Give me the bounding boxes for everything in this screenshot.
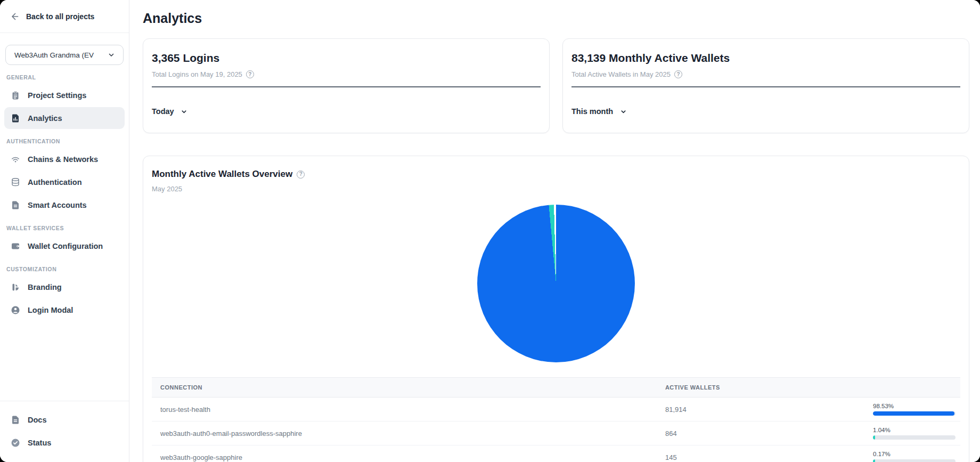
sidebar-item-chains-networks[interactable]: Chains & Networks xyxy=(4,148,125,170)
connection-name: web3auth-auth0-email-passwordless-sapphi… xyxy=(152,429,665,437)
user-circle-icon xyxy=(10,305,21,315)
stat-divider xyxy=(152,86,541,87)
section-label-customization: CUSTOMIZATION xyxy=(6,266,123,272)
percent-bar-fill xyxy=(873,459,875,462)
sidebar-item-label: Wallet Configuration xyxy=(28,242,103,250)
chevron-down-icon xyxy=(179,106,190,117)
percent-label: 1.04% xyxy=(873,427,960,433)
sidebar-item-label: Docs xyxy=(28,416,46,424)
sidebar-item-docs[interactable]: Docs xyxy=(4,409,125,431)
column-header-connection: CONNECTION xyxy=(152,384,665,391)
percent-bar-fill xyxy=(873,435,875,440)
project-selector[interactable]: Web3Auth Grandma (EV xyxy=(5,45,124,65)
clipboard-icon xyxy=(10,90,21,101)
project-selector-value: Web3Auth Grandma (EV xyxy=(14,51,94,59)
percent-bar-track xyxy=(873,459,956,462)
sidebar-item-label: Branding xyxy=(28,283,62,291)
percent-label: 0.17% xyxy=(873,451,960,457)
sidebar-item-label: Project Settings xyxy=(28,91,86,100)
section-label-wallet-services: WALLET SERVICES xyxy=(6,225,123,231)
wifi-icon xyxy=(10,154,21,165)
chevron-down-icon xyxy=(618,106,628,117)
sidebar-item-label: Authentication xyxy=(28,178,82,187)
file-icon xyxy=(10,415,21,425)
sidebar-item-status[interactable]: Status xyxy=(4,432,125,453)
file-icon xyxy=(10,200,21,210)
percent-bar-track xyxy=(873,435,956,440)
help-icon[interactable]: ? xyxy=(297,171,305,179)
active-wallets-headline: 83,139 Monthly Active Wallets xyxy=(571,52,960,64)
sidebar-nav: GENERAL Project Settings Analytics AUTHE… xyxy=(0,65,129,322)
wallet-icon xyxy=(10,241,21,252)
table-row[interactable]: web3auth-auth0-email-passwordless-sapphi… xyxy=(152,422,960,445)
logins-subtext: Total Logins on May 19, 2025 xyxy=(152,70,242,78)
app-window: Back to all projects Web3Auth Grandma (E… xyxy=(0,0,980,462)
chevron-down-icon xyxy=(106,50,117,60)
percent-label: 98.53% xyxy=(873,403,960,409)
help-icon[interactable]: ? xyxy=(674,70,682,78)
range-label: Today xyxy=(152,107,174,116)
section-label-general: GENERAL xyxy=(6,74,123,80)
sidebar-item-label: Analytics xyxy=(28,114,62,123)
back-arrow-icon xyxy=(10,11,20,22)
bar-chart-icon xyxy=(10,113,21,124)
overview-title: Monthly Active Wallets Overview xyxy=(152,169,292,180)
overview-subtitle: May 2025 xyxy=(152,185,960,193)
sidebar-item-analytics[interactable]: Analytics xyxy=(4,107,125,129)
stat-divider xyxy=(571,86,960,87)
active-wallets-value: 81,914 xyxy=(665,406,873,414)
active-wallets-subtext: Total Active Wallets in May 2025 xyxy=(571,70,671,78)
connection-name: web3auth-google-sapphire xyxy=(152,453,665,461)
active-wallets-value: 864 xyxy=(665,429,873,437)
main-content: Analytics 3,365 Logins Total Logins on M… xyxy=(130,0,980,462)
active-wallets-value: 145 xyxy=(665,453,873,461)
branding-icon xyxy=(10,282,21,293)
column-header-active-wallets: ACTIVE WALLETS xyxy=(665,384,873,391)
sidebar-item-login-modal[interactable]: Login Modal xyxy=(4,299,125,321)
sidebar-item-project-settings[interactable]: Project Settings xyxy=(4,84,125,106)
check-circle-icon xyxy=(10,437,21,448)
page-title: Analytics xyxy=(143,11,969,26)
sidebar-item-label: Smart Accounts xyxy=(28,201,87,209)
sidebar-item-smart-accounts[interactable]: Smart Accounts xyxy=(4,194,125,216)
database-icon xyxy=(10,177,21,188)
back-to-projects-link[interactable]: Back to all projects xyxy=(0,0,129,33)
table-row[interactable]: torus-test-health 81,914 98.53% xyxy=(152,398,960,422)
overview-card: Monthly Active Wallets Overview ? May 20… xyxy=(143,156,969,462)
sidebar-footer: Docs Status xyxy=(0,401,129,462)
logins-range-dropdown[interactable]: Today xyxy=(152,106,190,117)
sidebar-item-label: Chains & Networks xyxy=(28,155,98,164)
percent-bar-fill xyxy=(873,411,954,416)
table-header: CONNECTION ACTIVE WALLETS xyxy=(152,377,960,398)
back-label: Back to all projects xyxy=(26,12,94,21)
sidebar-item-branding[interactable]: Branding xyxy=(4,276,125,298)
range-label: This month xyxy=(571,107,613,116)
active-wallets-stat-card: 83,139 Monthly Active Wallets Total Acti… xyxy=(562,38,969,133)
sidebar-item-wallet-configuration[interactable]: Wallet Configuration xyxy=(4,235,125,257)
active-wallets-range-dropdown[interactable]: This month xyxy=(571,106,628,117)
connection-name: torus-test-health xyxy=(152,406,665,414)
help-icon[interactable]: ? xyxy=(246,70,254,78)
logins-stat-card: 3,365 Logins Total Logins on May 19, 202… xyxy=(143,38,550,133)
active-wallets-pie-chart[interactable] xyxy=(477,205,635,362)
pie-chart-area xyxy=(152,197,960,370)
stat-cards-row: 3,365 Logins Total Logins on May 19, 202… xyxy=(143,38,969,133)
sidebar-item-label: Login Modal xyxy=(28,306,73,314)
connections-table: CONNECTION ACTIVE WALLETS torus-test-hea… xyxy=(152,377,960,462)
table-row[interactable]: web3auth-google-sapphire 145 0.17% xyxy=(152,445,960,462)
sidebar-item-authentication[interactable]: Authentication xyxy=(4,171,125,193)
sidebar: Back to all projects Web3Auth Grandma (E… xyxy=(0,0,129,462)
percent-bar-track xyxy=(873,411,956,416)
sidebar-item-label: Status xyxy=(28,439,51,447)
section-label-authentication: AUTHENTICATION xyxy=(6,138,123,144)
logins-headline: 3,365 Logins xyxy=(152,52,541,64)
